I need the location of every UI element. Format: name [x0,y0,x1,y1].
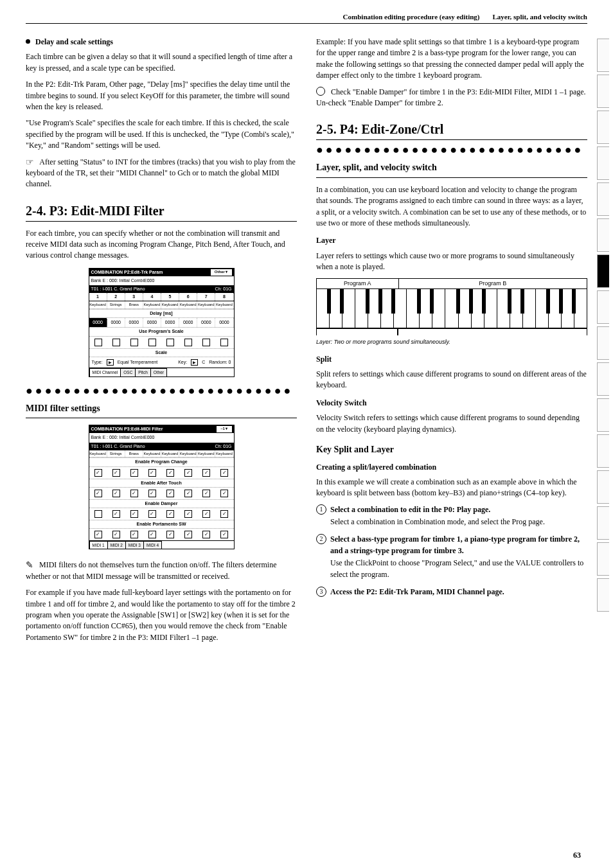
step-3: 3 Access the P2: Edit-Trk Param, MIDI Ch… [316,587,587,598]
step-title: Select a bass-type program for timbre 1,… [330,534,587,556]
hand-note: ☞ After setting "Status" to INT for the … [26,157,297,190]
para: "Use Program's Scale" specifies the scal… [26,118,297,151]
scr-ups-checks [89,337,234,348]
circle-step-text: Check "Enable Damper" for timbre 1 in th… [316,87,586,107]
step-number-icon: 3 [316,587,326,597]
step-title: Select a combination to edit in the P0: … [330,504,587,515]
para: Example: If you have made split settings… [316,37,587,82]
scr-bank: Bank E : 000: Initial CombiE000 [89,433,234,442]
header-right: Layer, split, and velocity switch [493,13,588,21]
subheading-rule [26,418,297,418]
heading-num: 2-5 [316,122,333,136]
scr-header-row: T01 : I-001 C. Grand Piano Ch: 01G [89,285,234,293]
scr-prog-row: Keyboard Strings Brass Keyboard Keyboard… [89,450,234,458]
bullet-label: Delay and scale settings [35,37,113,48]
scr-check-row: ✓✓✓✓✓✓✓✓ [89,488,234,499]
pencil-note-text: MIDI filters do not themselves turn the … [26,560,276,580]
para: In the P2: Edit-Trk Param, Other page, "… [26,79,297,112]
step-number-icon: 1 [316,504,326,515]
screenshot-edit-midi-filter: COMBINATION P3:Edit-MIDI Filter –1 ▾ Ban… [89,425,235,549]
subheading-rule [316,177,587,178]
para: Layer refers to settings which cause two… [316,251,587,273]
heading-p4: 2-5. P4: Edit-Zone/Ctrl [316,121,587,137]
heading-num: 2-4 [26,204,43,218]
scr-ups-label: Use Program's Scale [89,327,234,336]
scr-check-row: ✓✓✓✓✓✓✓✓ [89,529,234,540]
kb-label-b: Program B [398,278,587,289]
side-tab-active [597,254,609,288]
header-rule [26,23,587,24]
kb-label-a: Program A [316,278,399,289]
step-1: 1 Select a combination to edit in the P0… [316,504,587,528]
scr-row-label: Enable After Touch [89,479,234,488]
para: Velocity Switch refers to settings which… [316,412,587,435]
header-left: Combination editing procedure (easy edit… [343,13,480,21]
heading-p3: 2-4. P3: Edit-MIDI Filter [26,203,297,218]
screenshot-edit-trk-param: COMBINATION P2:Edit-Trk Param Other ▾ Ba… [89,268,235,377]
pencil-note: ✎ MIDI filters do not themselves turn th… [26,560,297,582]
bullet-icon [26,39,30,44]
step-sub: Select a combination in Combination mode… [330,517,587,527]
circle-mark-icon [316,87,325,96]
scr-header-row: T01 : I-001 C. Grand Piano Ch: 01G [89,443,234,450]
scr-row-label: Enable Damper [89,499,234,508]
subheading: MIDI filter settings [26,403,297,414]
scr-delay-values: 0000 0000 0000 0000 0000 0000 0000 0000 [89,318,234,327]
subsubheading-split: Split [316,354,587,365]
subheading-keysplit: Key Split and Layer [316,444,587,456]
scr-row-label: Enable Program Change [89,457,234,466]
subsubheading-layer: Layer [316,235,587,246]
scr-menu-btn: Other ▾ [211,269,232,276]
scr-scale-row: Type: ▶ Equal Temperament Key: ▶ C Rando… [89,357,234,368]
step-sub: Use the ClickPoint to choose "Program Se… [330,558,587,580]
scr-scale-label: Scale [89,348,234,357]
bullet-delay-scale: Delay and scale settings [26,37,297,48]
scr-bottom-tabs: MIDI 1 MIDI 2 MIDI 3 MIDI 4 [89,540,234,549]
heading-rule [26,221,297,222]
scr-delay-label: Delay [ms] [89,309,234,318]
scr-prog-row: Keyboard Strings Brass Keyboard Keyboard… [89,301,234,309]
circle-step: Check "Enable Damper" for timbre 1 in th… [316,87,587,109]
step-number-icon: 2 [316,534,326,544]
kb-caption: Layer: Two or more programs sound simult… [316,338,587,346]
scr-row-label: Enable Portamento SW [89,520,234,529]
subheading: Layer, split, and velocity switch [316,162,587,173]
step-2: 2 Select a bass-type program for timbre … [316,534,587,580]
hand-icon: ☞ [26,157,34,167]
scr-check-row: ✓✓✓✓✓✓✓✓ [89,467,234,479]
step-title: Access the P2: Edit-Trk Param, MIDI Chan… [330,587,587,598]
scr-bank: Bank E : 000: Initial CombiE000 [89,276,234,285]
para: Split refers to settings which cause dif… [316,369,587,391]
pencil-icon: ✎ [26,560,33,570]
hand-note-text: After setting "Status" to INT for the ti… [26,157,296,189]
scr-title-text: COMBINATION P2:Edit-Trk Param [91,269,163,276]
right-column: Example: If you have made split settings… [316,37,587,648]
scr-menu-btn: –1 ▾ [217,426,231,432]
keyboard-keys [316,289,587,328]
dot-divider: ●●●●●●●●●●●●●●●●●●●●●●●●●●●● [26,387,297,394]
kb-range-brackets [316,328,587,335]
scr-title-text: COMBINATION P3:Edit-MIDI Filter [91,426,163,432]
heading-title: P3: Edit-MIDI Filter [49,204,164,218]
scr-track-index: 12345678 [89,293,234,301]
heading-title: P4: Edit-Zone/Ctrl [340,122,444,136]
page-header: Combination editing procedure (easy edit… [26,13,587,21]
heading-rule [316,139,587,140]
scr-play-icon: ▶ [191,359,198,366]
keyboard-diagram: Program A Program B [316,278,587,346]
para: For example if you have made full-keyboa… [26,587,297,643]
para: In this example we will create a combina… [316,477,587,499]
left-column: Delay and scale settings Each timbre can… [26,37,297,648]
scr-bottom-tabs: MIDI Channel OSC Pitch Other [89,368,234,376]
example-title: Creating a split/layered combination [316,462,587,473]
side-tab-strip [597,39,609,612]
para: For each timbre, you can specify whether… [26,228,297,261]
scr-check-row: ✓✓✓✓✓✓✓ [89,508,234,520]
para: In a combination, you can use keyboard l… [316,184,587,229]
para: Each timbre can be given a delay so that… [26,51,297,74]
scr-play-icon: ▶ [107,359,114,366]
subsubheading-velsw: Velocity Switch [316,398,587,409]
page-number: 63 [573,851,581,860]
dot-divider: ●●●●●●●●●●●●●●●●●●●●●●●●●●●● [316,146,587,153]
